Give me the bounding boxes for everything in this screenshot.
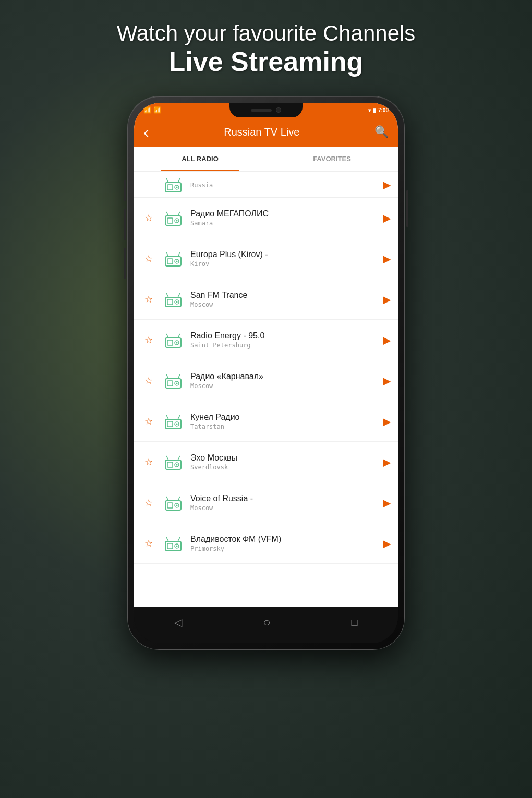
list-item[interactable]: ☆ Кунел Радио [134,401,398,442]
favorite-icon[interactable]: ☆ [141,294,156,305]
radio-location: Moscow [190,301,379,308]
play-button[interactable]: ▶ [383,212,391,224]
svg-point-29 [176,342,178,343]
list-item[interactable]: ☆ Radio Energy [134,320,398,360]
play-button[interactable]: ▶ [383,456,391,468]
favorite-icon[interactable]: ☆ [141,497,156,509]
svg-point-23 [176,301,178,303]
radio-info: Эхо Москвы Sverdlovsk [190,453,379,471]
favorite-icon[interactable]: ☆ [141,456,156,468]
phone-mockup: 📶 📶 ▾ ▮ 7:00 ‹ Russian TV Live 🔍 [128,96,404,649]
tab-all-radio[interactable]: ALL RADIO [134,147,266,171]
nav-recents-button[interactable]: □ [351,616,357,628]
radio-icon [163,332,183,348]
play-button[interactable]: ▶ [383,374,391,387]
mute-button [124,180,126,201]
radio-icon-wrapper [161,330,185,350]
notch [229,103,303,117]
svg-rect-21 [167,299,173,305]
app-bar: ‹ Russian TV Live 🔍 [134,117,398,147]
radio-name: Радио МЕГАПОЛИС [190,209,379,219]
radio-info: Voice of Russia - Moscow [190,494,379,512]
favorite-icon[interactable]: ☆ [141,538,156,549]
svg-line-30 [166,334,168,338]
radio-icon [163,494,183,511]
svg-rect-9 [167,218,173,223]
play-button[interactable]: ▶ [383,252,391,265]
wifi-icon: ▾ [368,107,371,113]
list-item[interactable]: ☆ Владивосток Ф [134,523,398,564]
list-item[interactable]: ☆ Voice of Russ [134,482,398,523]
volume-up-button [124,209,126,240]
header-section: Watch your favourite Channels Live Strea… [0,21,532,77]
phone-outer-shell: 📶 📶 ▾ ▮ 7:00 ‹ Russian TV Live 🔍 [128,96,404,649]
signal-icon-1: 📶 [143,106,151,114]
tab-favorites[interactable]: FAVORITES [266,147,398,171]
svg-line-48 [166,456,168,460]
radio-info: Владивосток ФМ (VFM) Primorsky [190,535,379,552]
svg-line-24 [166,293,168,297]
play-button[interactable]: ▶ [383,537,391,550]
list-item[interactable]: ☆ Эхо Москвы [134,442,398,482]
svg-line-61 [178,537,180,541]
svg-line-42 [166,415,168,419]
radio-icon-wrapper [161,533,185,554]
nav-home-button[interactable]: ○ [263,615,271,630]
svg-line-43 [178,415,180,419]
signal-icon-2: 📶 [153,106,161,114]
radio-location: Tatarstan [190,423,379,430]
speaker [251,109,272,112]
app-title: Russian TV Live [224,126,299,138]
radio-name: Владивосток ФМ (VFM) [190,535,379,544]
svg-point-53 [176,504,178,506]
list-item[interactable]: ☆ Радио МЕГАПОЛ [134,198,398,238]
radio-info: Europa Plus (Kirov) - Kirov [190,250,379,268]
radio-icon-wrapper [161,492,185,513]
tab-bar: ALL RADIO FAVORITES [134,147,398,172]
battery-icon: ▮ [373,107,376,113]
svg-line-25 [178,293,180,297]
list-item[interactable]: ☆ San FM Trance [134,279,398,320]
back-button[interactable]: ‹ [143,123,149,142]
radio-icon [163,454,183,470]
list-item[interactable]: ☆ Радио «Карнав [134,360,398,401]
radio-info: Радио «Карнавал» Moscow [190,372,379,390]
nav-back-button[interactable]: ◁ [174,616,182,628]
favorite-icon[interactable]: ☆ [141,416,156,427]
play-button[interactable]: ▶ [383,293,391,306]
radio-icon-wrapper [161,289,185,310]
radio-info: Radio Energy - 95.0 Saint Petersburg [190,331,379,349]
radio-icon [163,535,183,552]
favorite-icon[interactable]: ☆ [141,375,156,386]
favorite-icon[interactable]: ☆ [141,253,156,264]
svg-line-37 [178,374,180,379]
radio-name: Voice of Russia - [190,494,379,503]
search-button[interactable]: 🔍 [374,125,389,139]
list-item[interactable]: ☆ Europa Plus ( [134,238,398,279]
header-line1: Watch your favourite Channels [31,21,501,46]
radio-icon [163,372,183,389]
radio-info: San FM Trance Moscow [190,291,379,308]
favorite-icon[interactable]: ☆ [141,212,156,224]
play-button[interactable]: ▶ [383,334,391,346]
svg-line-12 [166,212,168,216]
svg-point-41 [176,423,178,425]
play-button[interactable]: ▶ [383,178,391,191]
svg-line-4 [166,178,168,183]
svg-line-55 [178,497,180,501]
play-button[interactable]: ▶ [383,497,391,509]
radio-icon [163,413,183,430]
radio-location: Sverdlovsk [190,464,379,471]
radio-info: Радио МЕГАПОЛИС Samara [190,209,379,227]
radio-icon-wrapper [161,411,185,432]
list-item[interactable]: Russia ▶ [134,172,398,198]
svg-rect-45 [167,462,173,467]
header-line2: Live Streaming [31,46,501,77]
svg-rect-33 [167,381,173,386]
svg-line-13 [178,212,180,216]
favorite-icon[interactable]: ☆ [141,334,156,346]
power-button [406,190,408,227]
radio-list: Russia ▶ ☆ [134,172,398,607]
svg-rect-15 [167,259,173,264]
play-button[interactable]: ▶ [383,415,391,428]
